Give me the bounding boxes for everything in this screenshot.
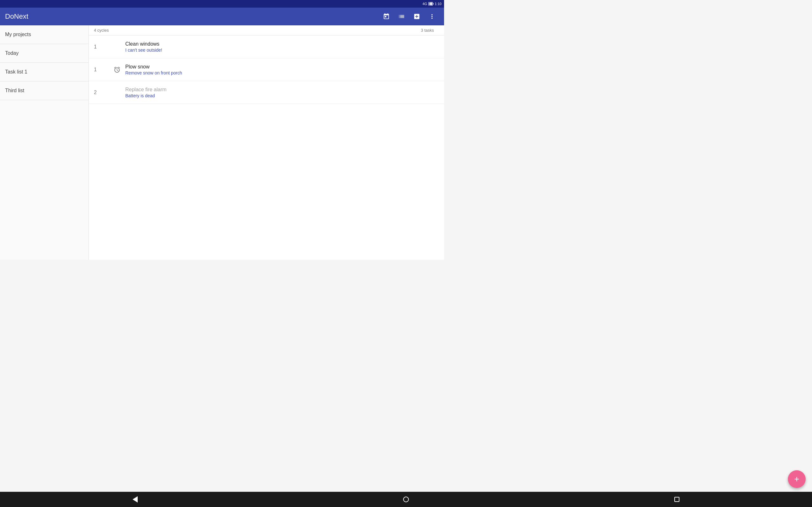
task-row[interactable]: 1 Plow snow Remove snow on front porch	[89, 58, 444, 81]
task-content: Clean windows I can't see outside!	[123, 41, 439, 53]
task-number: 2	[94, 90, 111, 95]
task-subtitle: Battery is dead	[125, 93, 439, 98]
svg-rect-2	[429, 3, 432, 5]
battery-icon	[428, 2, 434, 6]
add-list-icon	[413, 13, 420, 20]
app-header: DoNext	[0, 8, 444, 25]
task-title: Replace fire alarm	[125, 87, 439, 93]
add-list-button[interactable]	[410, 9, 424, 23]
signal-icon: 4G	[422, 2, 427, 6]
sidebar-item-my-projects[interactable]: My projects	[0, 25, 89, 44]
task-number: 1	[94, 67, 111, 72]
app-title: DoNext	[5, 12, 379, 20]
time-display: 1:10	[435, 2, 442, 6]
calendar-icon	[383, 13, 390, 20]
task-title: Plow snow	[125, 64, 439, 70]
more-icon	[428, 13, 436, 20]
sidebar: My projects Today Task list 1 Third list	[0, 25, 89, 260]
calendar-button[interactable]	[379, 9, 393, 23]
sidebar-item-task-list-1[interactable]: Task list 1	[0, 63, 89, 81]
alarm-icon	[111, 66, 123, 73]
task-title: Clean windows	[125, 41, 439, 47]
task-content: Replace fire alarm Battery is dead	[123, 87, 439, 98]
svg-rect-1	[433, 3, 433, 5]
status-icons: 4G 1:10	[422, 2, 442, 6]
task-subtitle: I can't see outside!	[125, 48, 439, 53]
list-button[interactable]	[395, 9, 409, 23]
task-number: 1	[94, 44, 111, 50]
content-header: 4 cycles 3 tasks	[89, 25, 444, 36]
more-button[interactable]	[425, 9, 439, 23]
sidebar-item-third-list[interactable]: Third list	[0, 81, 89, 100]
sidebar-item-today[interactable]: Today	[0, 44, 89, 63]
list-icon	[398, 13, 405, 20]
task-subtitle: Remove snow on front porch	[125, 70, 439, 75]
task-content: Plow snow Remove snow on front porch	[123, 64, 439, 75]
main-layout: My projects Today Task list 1 Third list…	[0, 25, 444, 260]
content-area: 4 cycles 3 tasks 1 Clean windows I can't…	[89, 25, 444, 260]
tasks-label: 3 tasks	[122, 28, 439, 33]
task-row[interactable]: 2 Replace fire alarm Battery is dead	[89, 81, 444, 104]
task-row[interactable]: 1 Clean windows I can't see outside!	[89, 36, 444, 58]
cycles-label: 4 cycles	[94, 28, 122, 33]
status-bar: 4G 1:10	[0, 0, 444, 8]
header-icons	[379, 9, 439, 23]
